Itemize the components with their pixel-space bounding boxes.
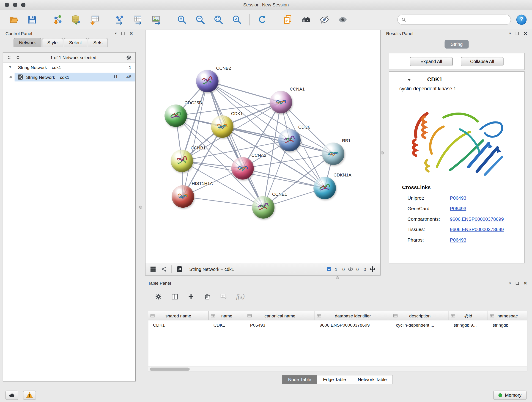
tab-network[interactable]: Network [13, 38, 41, 47]
crosslink-uniprot-link[interactable]: P06493 [450, 195, 466, 201]
network-tree-item[interactable]: String Network – cdk11148 [3, 72, 135, 82]
column-header-canonical-name[interactable]: canonical name [245, 311, 315, 320]
expand-triangle-icon[interactable]: ▾ [9, 65, 11, 69]
table-options-gear-icon[interactable] [155, 293, 162, 300]
crosslink-pharos-link[interactable]: P06493 [450, 237, 466, 242]
add-column-icon[interactable] [187, 293, 195, 300]
tab-string[interactable]: String [444, 40, 469, 49]
zoom-out-button[interactable] [192, 12, 209, 27]
zoom-fit-button[interactable] [210, 12, 227, 27]
tab-select[interactable]: Select [64, 38, 87, 47]
horizontal-scrollbar[interactable] [148, 366, 527, 371]
network-options-gear-icon[interactable] [126, 55, 132, 61]
home-button[interactable] [298, 12, 315, 27]
function-builder-icon[interactable]: f(x) [236, 293, 245, 300]
tab-network-table[interactable]: Network Table [352, 375, 393, 384]
show-columns-icon[interactable] [171, 293, 178, 300]
tab-style[interactable]: Style [42, 38, 63, 47]
copy-button[interactable] [279, 12, 296, 27]
zoom-in-button[interactable] [173, 12, 190, 27]
search-input[interactable] [409, 17, 507, 22]
crosslink-tissues-link[interactable]: 9606.ENSP00000378699 [450, 226, 504, 232]
splitter-handle[interactable] [139, 206, 142, 209]
network-edge[interactable] [207, 81, 281, 102]
network-node-ccna1[interactable] [270, 91, 292, 114]
column-header-description[interactable]: description [391, 311, 449, 320]
network-edge[interactable] [183, 81, 207, 196]
cloud-button[interactable] [6, 390, 18, 400]
splitter-handle[interactable] [381, 151, 384, 154]
export-image-button[interactable] [148, 12, 165, 27]
node-label-cdc25b: CDC25B [185, 100, 202, 105]
expand-all-networks-icon[interactable] [6, 55, 12, 60]
control-panel-collapse-icon[interactable]: ▾ [115, 31, 117, 35]
crosslink-row: Compartments:9606.ENSP00000378699 [389, 213, 524, 224]
save-session-button[interactable] [24, 12, 41, 27]
maximize-window-button[interactable] [21, 3, 25, 7]
refresh-button[interactable] [254, 12, 271, 27]
network-edge[interactable] [207, 81, 263, 207]
collapse-section-icon[interactable] [407, 78, 412, 83]
network-node-cdk1[interactable] [211, 115, 234, 138]
network-node-cdc6[interactable] [278, 129, 301, 152]
export-network-button[interactable] [111, 12, 128, 27]
minimize-window-button[interactable] [13, 3, 17, 7]
network-canvas[interactable]: CCNB2CCNA1CDC25BCDK1CDC6RB1CCNB1CCNA2CDK… [146, 30, 380, 263]
crosslink-genecard-link[interactable]: P06493 [450, 206, 466, 211]
selected-checkbox-icon[interactable] [326, 266, 332, 272]
network-node-cdc25b[interactable] [165, 104, 187, 127]
control-panel-close-icon[interactable]: ✕ [129, 31, 133, 36]
zoom-selected-button[interactable] [228, 12, 245, 27]
network-node-ccnb2[interactable] [196, 70, 219, 92]
table-panel-close-icon[interactable]: ✕ [524, 281, 527, 286]
tab-sets[interactable]: Sets [88, 38, 108, 47]
delete-column-icon[interactable] [204, 293, 211, 300]
open-session-button[interactable] [6, 12, 22, 27]
column-header-namespac[interactable]: namespac [488, 311, 527, 320]
annotation-eye-button[interactable] [316, 12, 333, 27]
export-table-button[interactable] [130, 12, 147, 27]
import-network-button[interactable] [49, 12, 66, 27]
table-panel-collapse-icon[interactable]: ▾ [509, 281, 511, 285]
column-header-shared-name[interactable]: shared name [148, 311, 209, 320]
hidden-eye-icon[interactable] [348, 266, 354, 272]
table-row[interactable]: CDK1CDK1P064939606.ENSP00000378699cyclin… [148, 320, 527, 329]
import-network-database-button[interactable] [68, 12, 85, 27]
collapse-all-button[interactable]: Collapse All [461, 57, 504, 66]
search-box[interactable] [397, 14, 511, 25]
scrollbar-thumb[interactable] [150, 368, 190, 370]
results-panel-float-icon[interactable] [516, 32, 519, 35]
control-panel-float-icon[interactable] [121, 32, 124, 35]
network-node-cdkn1a[interactable] [313, 177, 336, 199]
close-window-button[interactable] [5, 3, 9, 7]
birdseye-view-icon[interactable] [160, 266, 167, 273]
network-edge[interactable] [183, 196, 263, 207]
tab-node-table[interactable]: Node Table [282, 375, 317, 384]
collapse-all-networks-icon[interactable] [15, 55, 21, 60]
network-node-ccna2[interactable] [231, 157, 254, 180]
splitter-handle[interactable] [336, 276, 339, 279]
network-node-ccne1[interactable] [252, 196, 274, 219]
results-panel-collapse-icon[interactable]: ▾ [509, 31, 511, 35]
show-graphics-button[interactable] [334, 12, 351, 27]
column-header--id[interactable]: @id [449, 311, 488, 320]
network-node-hist1h1a[interactable] [172, 185, 194, 208]
network-node-rb1[interactable] [322, 143, 344, 165]
column-header-name[interactable]: name [209, 311, 245, 320]
results-panel-close-icon[interactable]: ✕ [524, 31, 527, 36]
help-button[interactable]: ? [516, 14, 526, 25]
warnings-button[interactable] [23, 390, 36, 400]
network-tree-item[interactable]: ▾String Network – cdk11 [3, 63, 135, 72]
column-header-database-identifier[interactable]: database identifier [315, 311, 391, 320]
crosslink-compartments-link[interactable]: 9606.ENSP00000378699 [450, 216, 504, 222]
expand-all-button[interactable]: Expand All [410, 57, 453, 66]
move-icon[interactable] [369, 265, 376, 273]
import-table-button[interactable] [86, 12, 103, 27]
tab-edge-table[interactable]: Edge Table [317, 375, 352, 384]
open-in-window-icon[interactable] [176, 265, 183, 273]
grid-icon[interactable] [150, 266, 157, 273]
memory-button[interactable]: Memory [494, 390, 527, 400]
network-node-ccnb1[interactable] [171, 150, 193, 172]
results-panel-header: Results Panel ▾ ✕ [383, 30, 530, 37]
table-panel-float-icon[interactable] [516, 281, 519, 284]
